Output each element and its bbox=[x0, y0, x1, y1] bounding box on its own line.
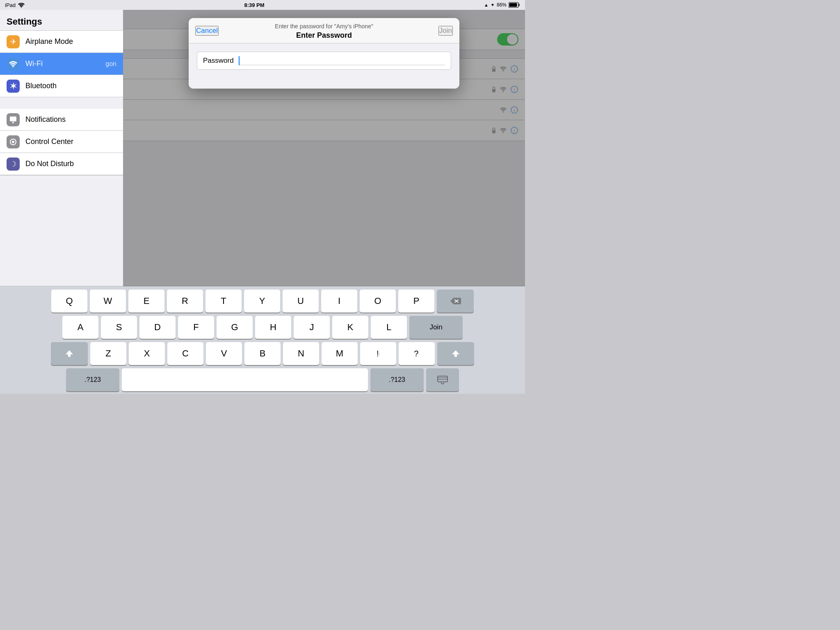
sidebar-item-notifications[interactable]: Notifications bbox=[0, 109, 123, 131]
key-m[interactable]: M bbox=[322, 342, 358, 365]
keyboard-dismiss-key[interactable] bbox=[426, 368, 459, 391]
airplane-icon: ✈ bbox=[7, 35, 20, 48]
sidebar-title: Settings bbox=[0, 10, 123, 30]
key-v[interactable]: V bbox=[206, 342, 242, 365]
key-s[interactable]: S bbox=[101, 316, 137, 339]
num-key-right[interactable]: .?123 bbox=[370, 368, 424, 391]
modal-cancel-button[interactable]: Cancel bbox=[195, 26, 219, 36]
status-bar: iPad 8:39 PM ▲ ✦ 86% bbox=[0, 0, 525, 10]
keyboard-row-4: .?123 .?123 bbox=[1, 368, 524, 391]
bluetooth-status-icon: ✦ bbox=[491, 2, 495, 8]
svg-point-6 bbox=[12, 122, 14, 123]
wifi-icon bbox=[7, 57, 20, 71]
status-right: ▲ ✦ 86% bbox=[484, 2, 520, 8]
password-input-underline bbox=[240, 56, 445, 65]
key-e[interactable]: E bbox=[128, 290, 164, 313]
svg-rect-3 bbox=[509, 3, 517, 7]
key-q[interactable]: Q bbox=[51, 290, 87, 313]
modal-body: Password bbox=[189, 43, 459, 89]
keyboard-row-2: A S D F G H J K L Join bbox=[1, 316, 524, 339]
sidebar-item-wifi[interactable]: Wi-Fi gon bbox=[0, 53, 123, 75]
donotdisturb-icon: ☽ bbox=[7, 158, 20, 171]
key-h[interactable]: H bbox=[255, 316, 291, 339]
join-key[interactable]: Join bbox=[409, 316, 463, 339]
svg-point-0 bbox=[21, 7, 22, 8]
shift-right-key[interactable] bbox=[437, 342, 474, 365]
key-f[interactable]: F bbox=[178, 316, 214, 339]
shift-left-key[interactable] bbox=[51, 342, 88, 365]
controlcenter-label: Control Center bbox=[25, 137, 73, 146]
key-question[interactable]: ?. bbox=[399, 342, 435, 365]
sidebar-item-bluetooth[interactable]: ✶ Bluetooth bbox=[0, 75, 123, 97]
svg-rect-24 bbox=[438, 376, 447, 382]
modal-join-button[interactable]: Join bbox=[438, 26, 453, 36]
wifi-value: gon bbox=[105, 60, 116, 68]
controlcenter-icon bbox=[7, 135, 20, 148]
modal-title-bar: Enter the password for "Amy's iPhone" En… bbox=[189, 18, 459, 43]
key-n[interactable]: N bbox=[283, 342, 319, 365]
key-p[interactable]: P bbox=[398, 290, 434, 313]
svg-point-8 bbox=[12, 141, 14, 143]
battery-icon bbox=[509, 2, 520, 8]
key-t[interactable]: T bbox=[205, 290, 242, 313]
key-a[interactable]: A bbox=[62, 316, 98, 339]
modal-title: Enter Password bbox=[195, 31, 453, 40]
key-d[interactable]: D bbox=[139, 316, 176, 339]
password-label: Password bbox=[203, 57, 234, 65]
sidebar-list: ✈ Airplane Mode Wi-Fi gon ✶ bbox=[0, 30, 123, 176]
key-k[interactable]: K bbox=[332, 316, 368, 339]
svg-rect-2 bbox=[519, 4, 520, 6]
status-left: iPad bbox=[5, 2, 25, 8]
key-g[interactable]: G bbox=[217, 316, 253, 339]
notifications-icon bbox=[7, 113, 20, 126]
sidebar-item-donotdisturb[interactable]: ☽ Do Not Disturb bbox=[0, 153, 123, 175]
ipad-label: iPad bbox=[5, 2, 16, 8]
donotdisturb-label: Do Not Disturb bbox=[25, 160, 74, 168]
modal-subtitle: Enter the password for "Amy's iPhone" bbox=[195, 23, 453, 30]
num-key-left[interactable]: .?123 bbox=[66, 368, 119, 391]
sidebar-item-airplane[interactable]: ✈ Airplane Mode bbox=[0, 31, 123, 53]
key-z[interactable]: Z bbox=[90, 342, 126, 365]
key-l[interactable]: L bbox=[371, 316, 407, 339]
key-x[interactable]: X bbox=[129, 342, 165, 365]
key-u[interactable]: U bbox=[283, 290, 319, 313]
sidebar-item-controlcenter[interactable]: Control Center bbox=[0, 131, 123, 153]
space-key[interactable] bbox=[122, 368, 368, 391]
bluetooth-icon: ✶ bbox=[7, 80, 20, 93]
key-r[interactable]: R bbox=[167, 290, 203, 313]
status-time: 8:39 PM bbox=[244, 2, 264, 8]
keyboard: Q W E R T Y U I O P A S D F G H J K L Jo… bbox=[0, 286, 525, 394]
notifications-label: Notifications bbox=[25, 115, 66, 124]
key-c[interactable]: C bbox=[167, 342, 203, 365]
delete-key[interactable] bbox=[437, 290, 474, 313]
keyboard-row-3: Z X C V B N M !, ?. bbox=[1, 342, 524, 365]
svg-point-4 bbox=[12, 66, 14, 67]
svg-rect-5 bbox=[10, 116, 16, 121]
key-y[interactable]: Y bbox=[244, 290, 280, 313]
battery-percent: 86% bbox=[497, 2, 507, 8]
key-o[interactable]: O bbox=[360, 290, 396, 313]
keyboard-row-1: Q W E R T Y U I O P bbox=[1, 290, 524, 313]
key-j[interactable]: J bbox=[294, 316, 330, 339]
key-w[interactable]: W bbox=[90, 290, 126, 313]
location-icon: ▲ bbox=[484, 2, 488, 7]
key-exclaim[interactable]: !, bbox=[360, 342, 396, 365]
airplane-label: Airplane Mode bbox=[25, 37, 73, 46]
key-b[interactable]: B bbox=[244, 342, 281, 365]
wifi-status-icon bbox=[18, 2, 25, 7]
bluetooth-label: Bluetooth bbox=[25, 82, 57, 90]
wifi-label: Wi-Fi bbox=[25, 59, 43, 68]
enter-password-modal: Enter the password for "Amy's iPhone" En… bbox=[189, 18, 459, 89]
key-i[interactable]: I bbox=[321, 290, 357, 313]
password-field[interactable]: Password bbox=[197, 52, 451, 70]
